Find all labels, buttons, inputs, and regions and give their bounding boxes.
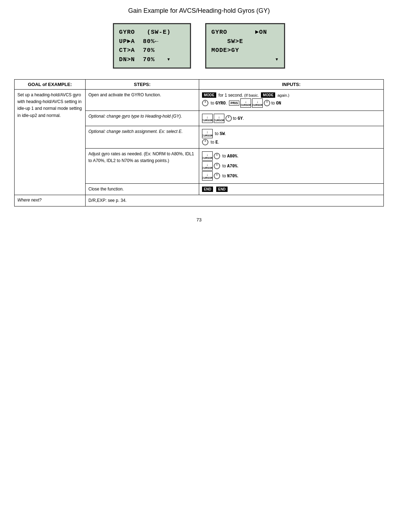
inputs-text-n70: to N70%. <box>221 173 239 179</box>
lcd-left-line3: CT>A 70% <box>119 46 185 55</box>
inputs-text-to-gy: to GY. <box>233 116 244 121</box>
lcd-right: GYRO ►ON SW>E MODE>GY ▾ <box>205 23 285 69</box>
header-goal: GOAL of EXAMPLE: <box>15 80 86 90</box>
where-next-text-cell: D/R,EXP: see p. 34. <box>86 195 384 206</box>
where-next-text: D/R,EXP: see p. 34. <box>88 197 381 204</box>
steps-text-3: Optional: change switch assignment. Ex: … <box>88 128 196 135</box>
cursor-arrow-gy: ↓ <box>207 115 208 119</box>
dial-icon-gy <box>225 115 232 122</box>
cursor-label-a70: CURSOR <box>202 167 213 169</box>
where-next-row: Where next? D/R,EXP: see p. 34. <box>15 195 384 206</box>
page-title: Gain Example for AVCS/Heading-hold Gyros… <box>14 7 384 15</box>
mode-button: MODE <box>202 92 216 98</box>
inputs-text-1b: (If basic. <box>244 93 260 97</box>
inputs-row-1b: to GYRO. PRIS ↓ CURSOR ↓ CURSOR to ON <box>202 98 381 108</box>
dial-icon-e <box>202 139 208 145</box>
goal-cell: Set up a heading-hold/AVCS gyro with hea… <box>15 90 86 195</box>
where-next-label-cell: Where next? <box>15 195 86 206</box>
lcd-left: GYRO (SW-E) UP►A 80%← CT>A 70% DN>N 70% … <box>113 23 191 69</box>
steps-cell-1: Open and activate the GYRO function. <box>86 90 199 111</box>
goal-text: Set up a heading-hold/AVCS gyro with hea… <box>17 92 82 119</box>
cursor-label-2: CURSOR <box>252 104 263 106</box>
inputs-row-4b: ↓ CURSOR to A70%. <box>202 161 381 171</box>
inputs-text-to-e: to E. <box>209 140 219 145</box>
lcd-right-line4: ▾ <box>211 55 279 64</box>
end-button-2: END <box>216 187 227 192</box>
lcd-left-line2: UP►A 80%← <box>119 37 185 46</box>
lcd-right-line3: MODE>GY <box>211 46 279 55</box>
table-row: Set up a heading-hold/AVCS gyro with hea… <box>15 90 384 111</box>
inputs-row-1a: MODE for 1 second. (If basic. MODE again… <box>202 92 381 98</box>
inputs-row-5a: END END <box>202 187 381 192</box>
cursor-arrow-sw: ↑ <box>207 131 208 134</box>
steps-text-5: Close the function. <box>88 186 196 193</box>
cursor-down-button-1: ↓ CURSOR <box>240 98 251 108</box>
cursor-up-sw: ↑ CURSOR <box>202 129 213 138</box>
inputs-cell-5: END END <box>199 184 384 195</box>
lcd-displays-container: GYRO (SW-E) UP►A 80%← CT>A 70% DN>N 70% … <box>14 23 384 69</box>
page-number: 73 <box>14 217 384 222</box>
cursor-arrow-1: ↓ <box>245 100 247 104</box>
inputs-text-1c: again.) <box>276 93 289 97</box>
header-inputs: INPUTS: <box>199 80 384 90</box>
inputs-row-3b: to E. <box>202 139 381 145</box>
cursor-down-a80: ↓ CURSOR <box>202 151 213 161</box>
inputs-row-4c: ↓ CURSOR to N70%. <box>202 171 381 181</box>
inputs-row-4a: ↓ CURSOR to A80%. <box>202 151 381 161</box>
mode-button-2: MODE <box>261 92 275 98</box>
inputs-cell-1: MODE for 1 second. (If basic. MODE again… <box>199 90 384 111</box>
steps-cell-2: Optional: change gyro type to Heading-ho… <box>86 111 199 126</box>
steps-text-4: Adjust gyro rates as needed. (Ex: NORM t… <box>88 151 196 164</box>
main-table: GOAL of EXAMPLE: STEPS: INPUTS: Set up a… <box>14 79 384 206</box>
prs-button: PRIS <box>229 101 239 106</box>
dial-icon-1 <box>202 100 208 106</box>
lcd-left-line4: DN>N 70% ▾ <box>119 55 185 64</box>
dial-icon-n70 <box>214 173 220 179</box>
cursor-down-button-2: ↓ CURSOR <box>252 98 263 108</box>
dial-icon-2 <box>264 100 270 106</box>
cursor-arrow-a80: ↓ <box>207 153 208 157</box>
steps-cell-4: Adjust gyro rates as needed. (Ex: NORM t… <box>86 149 199 184</box>
cursor-label-sw: CURSOR <box>202 134 213 137</box>
cursor-arrow-2: ↓ <box>257 100 258 104</box>
end-button-1: END <box>202 187 213 192</box>
inputs-text-a80: to A80%. <box>221 154 239 159</box>
steps-text-1: Open and activate the GYRO function. <box>88 92 196 98</box>
inputs-text-to-gyro: to GYRO. <box>209 101 228 106</box>
inputs-cell-3: ↑ CURSOR to SW. to E. <box>199 126 384 149</box>
inputs-cell-2: ↓ CURSOR ↓ CURSOR to GY. <box>199 111 384 126</box>
inputs-text-1a: for 1 second. <box>217 93 243 98</box>
steps-text-2: Optional: change gyro type to Heading-ho… <box>88 113 196 120</box>
cursor-down-n70: ↓ CURSOR <box>202 171 213 181</box>
cursor-label-n70: CURSOR <box>202 177 213 179</box>
cursor-label-1: CURSOR <box>240 104 251 106</box>
cursor-label-gy: CURSOR <box>202 119 213 122</box>
header-steps: STEPS: <box>86 80 199 90</box>
steps-cell-5: Close the function. <box>86 184 199 195</box>
dial-icon-a80 <box>214 153 220 159</box>
cursor-arrow-n70: ↓ <box>207 173 208 177</box>
cursor-down-gy2: ↓ CURSOR <box>214 114 224 123</box>
inputs-text-to-on: to ON <box>271 101 281 106</box>
steps-cell-3: Optional: change switch assignment. Ex: … <box>86 126 199 149</box>
inputs-text-a70: to A70%. <box>221 163 239 169</box>
inputs-cell-4: ↓ CURSOR to A80%. ↓ CURSOR to A70%. <box>199 149 384 184</box>
cursor-label-gy2: CURSOR <box>214 119 224 122</box>
lcd-left-line1: GYRO (SW-E) <box>119 28 185 37</box>
where-next-label: Where next? <box>17 198 42 203</box>
cursor-arrow-a70: ↓ <box>207 163 208 167</box>
cursor-down-gy: ↓ CURSOR <box>202 114 213 123</box>
cursor-label-a80: CURSOR <box>202 157 213 159</box>
inputs-row-3a: ↑ CURSOR to SW. <box>202 129 381 138</box>
cursor-arrow-gy2: ↓ <box>218 115 220 119</box>
inputs-text-to-sw: to SW. <box>214 131 226 136</box>
dial-icon-a70 <box>214 163 220 169</box>
inputs-row-2a: ↓ CURSOR ↓ CURSOR to GY. <box>202 114 381 123</box>
lcd-right-line2: SW>E <box>211 37 279 46</box>
cursor-down-a70: ↓ CURSOR <box>202 161 213 171</box>
lcd-right-line1: GYRO ►ON <box>211 28 279 37</box>
